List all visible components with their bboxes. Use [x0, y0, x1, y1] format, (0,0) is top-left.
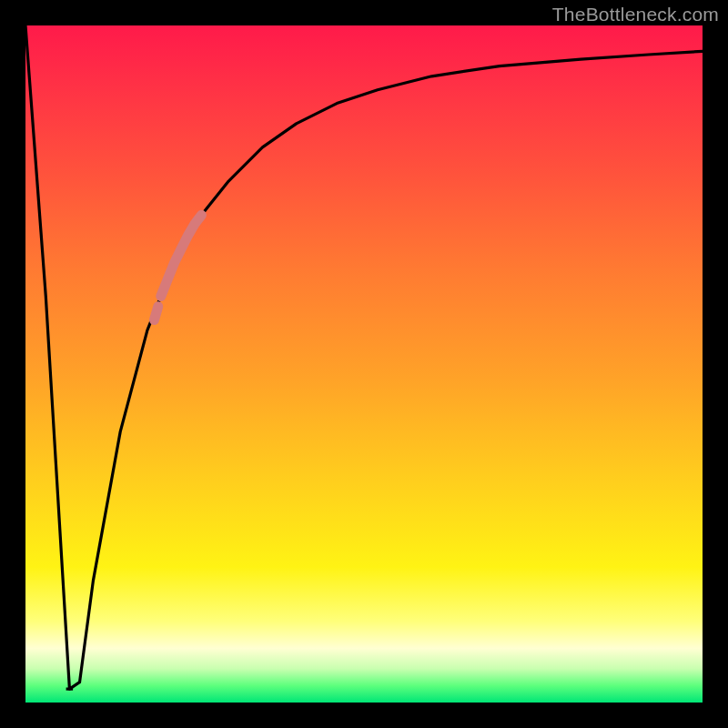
- curve-layer: [25, 25, 703, 703]
- plot-area: [25, 25, 703, 703]
- highlight-segment: [161, 215, 202, 296]
- highlight-dot: [154, 307, 157, 320]
- chart-stage: TheBottleneck.com: [0, 0, 728, 728]
- watermark-text: TheBottleneck.com: [552, 4, 719, 25]
- bottleneck-curve: [25, 25, 703, 689]
